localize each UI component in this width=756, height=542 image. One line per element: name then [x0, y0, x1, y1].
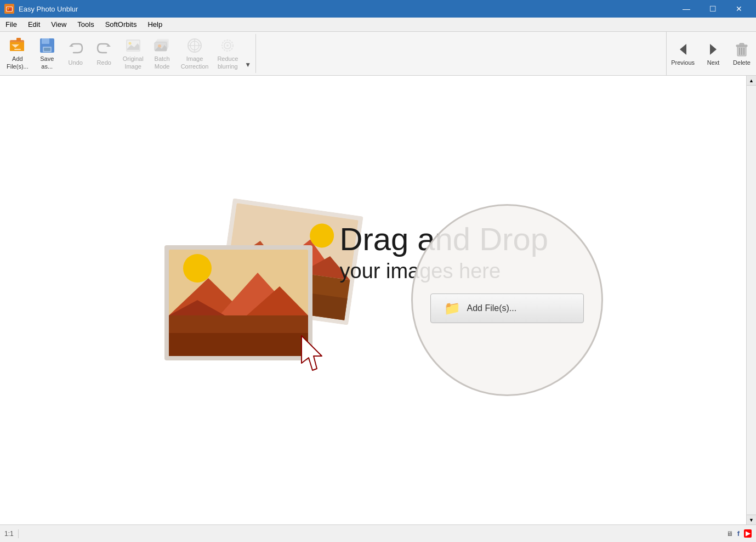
scroll-up-button[interactable]: ▲	[747, 76, 757, 86]
menu-tools[interactable]: Tools	[72, 18, 99, 32]
svg-point-30	[226, 44, 229, 47]
title-bar-controls: — ☐ ✕	[674, 0, 752, 18]
app-icon	[4, 4, 14, 14]
app-title: Easy Photo Unblur	[19, 5, 78, 13]
title-bar-left: Easy Photo Unblur	[4, 4, 78, 14]
next-label: Next	[707, 59, 720, 66]
photo-front	[164, 245, 312, 360]
status-separator	[18, 529, 19, 538]
save-as-icon	[38, 37, 56, 54]
menu-file[interactable]: File	[0, 18, 22, 32]
undo-icon	[67, 41, 84, 58]
delete-button[interactable]: Delete	[727, 32, 756, 76]
redo-label: Redo	[97, 59, 111, 66]
menu-softorbits[interactable]: SoftOrbits	[100, 18, 143, 32]
batch-mode-button[interactable]: BatchMode	[148, 34, 177, 73]
menu-help[interactable]: Help	[142, 18, 168, 32]
right-scrollbar: ▲ ▼	[746, 76, 756, 524]
maximize-button[interactable]: ☐	[700, 0, 725, 18]
original-image-icon	[124, 37, 142, 54]
undo-label: Undo	[69, 59, 83, 66]
menu-bar: File Edit View Tools SoftOrbits Help	[0, 18, 756, 32]
svg-point-54	[183, 254, 212, 283]
minimize-button[interactable]: —	[674, 0, 699, 18]
toolbar-group-main: AddFile(s)... Saveas... Un	[0, 34, 256, 73]
title-bar: Easy Photo Unblur — ☐ ✕	[0, 0, 756, 18]
svg-marker-32	[710, 44, 717, 55]
add-files-button[interactable]: AddFile(s)...	[2, 34, 33, 73]
drop-circle-overlay: 📁 Add File(s)...	[411, 204, 603, 396]
svg-rect-6	[16, 38, 21, 41]
zoom-level: 1:1	[4, 530, 14, 538]
add-files-icon	[9, 37, 26, 54]
menu-edit[interactable]: Edit	[22, 18, 46, 32]
image-correction-button[interactable]: ImageCorrection	[177, 34, 213, 73]
next-button[interactable]: Next	[699, 32, 727, 76]
svg-marker-58	[302, 336, 322, 370]
scroll-down-button[interactable]: ▼	[747, 515, 757, 524]
facebook-icon: f	[737, 529, 740, 538]
original-image-button[interactable]: OriginalImage	[118, 34, 148, 73]
delete-label: Delete	[733, 59, 751, 66]
main-content: Drag and Drop your images here 📁 Add Fil…	[0, 76, 756, 524]
original-image-label: OriginalImage	[123, 55, 144, 70]
add-files-label: AddFile(s)...	[7, 55, 29, 70]
reduce-blurring-icon	[219, 37, 236, 54]
svg-point-17	[128, 42, 131, 45]
menu-view[interactable]: View	[46, 18, 72, 32]
svg-rect-10	[42, 38, 49, 44]
batch-mode-label: BatchMode	[155, 55, 170, 70]
save-as-label: Saveas...	[40, 55, 54, 70]
close-button[interactable]: ✕	[726, 0, 752, 18]
toolbar-right: Previous Next D	[666, 32, 756, 76]
undo-button[interactable]: Undo	[61, 34, 90, 73]
previous-icon	[674, 41, 692, 58]
folder-icon: 📁	[444, 301, 461, 316]
next-icon	[704, 41, 722, 58]
svg-point-2	[8, 8, 9, 10]
image-correction-label: ImageCorrection	[181, 55, 209, 70]
add-files-btn-label: Add File(s)...	[467, 303, 517, 313]
youtube-icon: ▶	[744, 529, 752, 538]
batch-mode-icon	[154, 37, 171, 54]
reduce-blurring-button[interactable]: Reduceblurring	[213, 34, 242, 73]
status-bar: 1:1 🖥 f ▶	[0, 524, 756, 542]
reduce-blurring-label: Reduceblurring	[217, 55, 238, 70]
svg-marker-31	[680, 44, 686, 55]
toolbar: AddFile(s)... Saveas... Un	[0, 32, 756, 76]
svg-rect-57	[169, 333, 308, 356]
status-bar-right: 🖥 f ▶	[726, 529, 752, 538]
save-as-button[interactable]: Saveas...	[33, 34, 61, 73]
image-correction-icon	[186, 37, 203, 54]
previous-label: Previous	[671, 59, 695, 66]
add-files-btn-main[interactable]: 📁 Add File(s)...	[430, 293, 584, 323]
delete-icon	[733, 41, 751, 58]
cursor-illustration	[296, 333, 340, 393]
svg-rect-35	[740, 43, 744, 46]
redo-button[interactable]: Redo	[90, 34, 118, 73]
toolbar-expand[interactable]: ▼	[242, 61, 253, 73]
svg-rect-12	[44, 48, 50, 51]
svg-rect-8	[14, 49, 21, 50]
monitor-icon: 🖥	[726, 530, 733, 538]
previous-button[interactable]: Previous	[667, 32, 699, 76]
redo-icon	[95, 41, 113, 58]
